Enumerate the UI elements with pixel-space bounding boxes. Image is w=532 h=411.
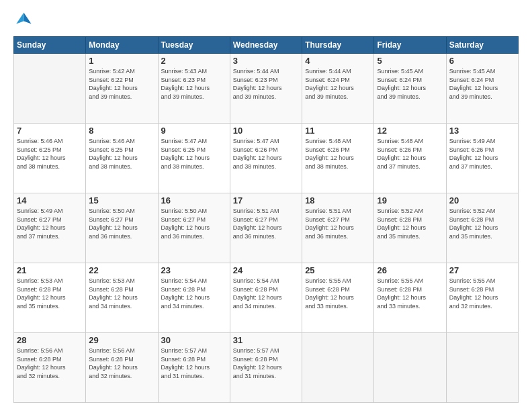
weekday-header-monday: Monday: [86, 37, 158, 54]
day-number: 12: [377, 126, 443, 136]
day-info: Sunrise: 5:53 AMSunset: 6:28 PMDaylight:…: [17, 277, 83, 310]
day-number: 16: [161, 195, 227, 205]
day-info: Sunrise: 5:44 AMSunset: 6:24 PMDaylight:…: [305, 67, 371, 101]
calendar-cell: 27Sunrise: 5:55 AMSunset: 6:28 PMDayligh…: [446, 263, 518, 333]
calendar-cell: 13Sunrise: 5:49 AMSunset: 6:26 PMDayligh…: [446, 124, 518, 193]
logo-icon: [13, 11, 32, 30]
day-info: Sunrise: 5:53 AMSunset: 6:28 PMDaylight:…: [89, 277, 154, 310]
day-info: Sunrise: 5:56 AMSunset: 6:28 PMDaylight:…: [89, 347, 154, 380]
calendar-cell: 24Sunrise: 5:54 AMSunset: 6:28 PMDayligh…: [230, 263, 302, 333]
day-info: Sunrise: 5:50 AMSunset: 6:27 PMDaylight:…: [161, 207, 227, 240]
page-header: [13, 11, 519, 30]
day-number: 26: [377, 265, 443, 275]
day-info: Sunrise: 5:43 AMSunset: 6:23 PMDaylight:…: [161, 67, 227, 101]
weekday-header-tuesday: Tuesday: [158, 37, 230, 54]
day-info: Sunrise: 5:42 AMSunset: 6:22 PMDaylight:…: [89, 67, 154, 101]
calendar-table: SundayMondayTuesdayWednesdayThursdayFrid…: [13, 36, 519, 403]
calendar-cell: 6Sunrise: 5:45 AMSunset: 6:24 PMDaylight…: [446, 54, 518, 124]
weekday-header-saturday: Saturday: [446, 37, 518, 54]
day-info: Sunrise: 5:46 AMSunset: 6:25 PMDaylight:…: [89, 137, 154, 171]
calendar-cell: 2Sunrise: 5:43 AMSunset: 6:23 PMDaylight…: [158, 54, 230, 124]
day-info: Sunrise: 5:54 AMSunset: 6:28 PMDaylight:…: [233, 277, 299, 310]
calendar-week-1: 1Sunrise: 5:42 AMSunset: 6:22 PMDaylight…: [14, 54, 519, 124]
calendar-cell: 22Sunrise: 5:53 AMSunset: 6:28 PMDayligh…: [86, 263, 158, 333]
day-number: 31: [233, 335, 299, 345]
day-number: 17: [233, 195, 299, 205]
day-info: Sunrise: 5:51 AMSunset: 6:27 PMDaylight:…: [305, 207, 371, 240]
weekday-header-sunday: Sunday: [14, 37, 86, 54]
calendar-cell: 7Sunrise: 5:46 AMSunset: 6:25 PMDaylight…: [14, 124, 86, 193]
day-number: 20: [449, 195, 515, 205]
calendar-cell: 11Sunrise: 5:48 AMSunset: 6:26 PMDayligh…: [302, 124, 374, 193]
day-number: 14: [17, 195, 83, 205]
weekday-header-friday: Friday: [374, 37, 446, 54]
day-number: 27: [449, 265, 515, 275]
day-number: 24: [233, 265, 299, 275]
day-info: Sunrise: 5:55 AMSunset: 6:28 PMDaylight:…: [377, 277, 443, 310]
logo: [13, 11, 35, 30]
day-info: Sunrise: 5:52 AMSunset: 6:28 PMDaylight:…: [377, 207, 443, 240]
day-info: Sunrise: 5:51 AMSunset: 6:27 PMDaylight:…: [233, 207, 299, 240]
calendar-week-2: 7Sunrise: 5:46 AMSunset: 6:25 PMDaylight…: [14, 124, 519, 193]
day-number: 5: [377, 56, 443, 66]
calendar-cell: 26Sunrise: 5:55 AMSunset: 6:28 PMDayligh…: [374, 263, 446, 333]
day-info: Sunrise: 5:57 AMSunset: 6:28 PMDaylight:…: [161, 347, 227, 380]
calendar-cell: [374, 333, 446, 403]
calendar-week-3: 14Sunrise: 5:49 AMSunset: 6:27 PMDayligh…: [14, 193, 519, 263]
day-info: Sunrise: 5:56 AMSunset: 6:28 PMDaylight:…: [17, 347, 83, 380]
day-info: Sunrise: 5:48 AMSunset: 6:26 PMDaylight:…: [377, 137, 443, 171]
day-number: 4: [305, 56, 371, 66]
calendar-cell: 25Sunrise: 5:55 AMSunset: 6:28 PMDayligh…: [302, 263, 374, 333]
day-number: 3: [233, 56, 299, 66]
calendar-cell: [14, 54, 86, 124]
weekday-header-wednesday: Wednesday: [230, 37, 302, 54]
day-number: 28: [17, 335, 83, 345]
calendar-week-5: 28Sunrise: 5:56 AMSunset: 6:28 PMDayligh…: [14, 333, 519, 403]
calendar-cell: 19Sunrise: 5:52 AMSunset: 6:28 PMDayligh…: [374, 193, 446, 263]
day-info: Sunrise: 5:48 AMSunset: 6:26 PMDaylight:…: [305, 137, 371, 171]
day-number: 19: [377, 195, 443, 205]
weekday-header-row: SundayMondayTuesdayWednesdayThursdayFrid…: [14, 37, 519, 54]
day-info: Sunrise: 5:46 AMSunset: 6:25 PMDaylight:…: [17, 137, 83, 171]
day-number: 1: [89, 56, 154, 66]
day-number: 7: [17, 126, 83, 136]
day-number: 30: [161, 335, 227, 345]
calendar-cell: 3Sunrise: 5:44 AMSunset: 6:23 PMDaylight…: [230, 54, 302, 124]
day-info: Sunrise: 5:55 AMSunset: 6:28 PMDaylight:…: [305, 277, 371, 310]
day-number: 2: [161, 56, 227, 66]
day-number: 18: [305, 195, 371, 205]
day-info: Sunrise: 5:52 AMSunset: 6:28 PMDaylight:…: [449, 207, 515, 240]
day-number: 25: [305, 265, 371, 275]
calendar-cell: 31Sunrise: 5:57 AMSunset: 6:28 PMDayligh…: [230, 333, 302, 403]
day-number: 21: [17, 265, 83, 275]
calendar-cell: [302, 333, 374, 403]
day-info: Sunrise: 5:55 AMSunset: 6:28 PMDaylight:…: [449, 277, 515, 310]
day-number: 8: [89, 126, 154, 136]
calendar-cell: 20Sunrise: 5:52 AMSunset: 6:28 PMDayligh…: [446, 193, 518, 263]
calendar-cell: 18Sunrise: 5:51 AMSunset: 6:27 PMDayligh…: [302, 193, 374, 263]
calendar-cell: 30Sunrise: 5:57 AMSunset: 6:28 PMDayligh…: [158, 333, 230, 403]
day-info: Sunrise: 5:44 AMSunset: 6:23 PMDaylight:…: [233, 67, 299, 101]
calendar-cell: 4Sunrise: 5:44 AMSunset: 6:24 PMDaylight…: [302, 54, 374, 124]
day-number: 29: [89, 335, 154, 345]
calendar-cell: 12Sunrise: 5:48 AMSunset: 6:26 PMDayligh…: [374, 124, 446, 193]
calendar-week-4: 21Sunrise: 5:53 AMSunset: 6:28 PMDayligh…: [14, 263, 519, 333]
day-number: 23: [161, 265, 227, 275]
day-number: 13: [449, 126, 515, 136]
day-info: Sunrise: 5:50 AMSunset: 6:27 PMDaylight:…: [89, 207, 154, 240]
calendar-cell: 9Sunrise: 5:47 AMSunset: 6:25 PMDaylight…: [158, 124, 230, 193]
day-info: Sunrise: 5:54 AMSunset: 6:28 PMDaylight:…: [161, 277, 227, 310]
day-info: Sunrise: 5:45 AMSunset: 6:24 PMDaylight:…: [449, 67, 515, 101]
day-number: 15: [89, 195, 154, 205]
svg-marker-1: [16, 13, 24, 24]
day-info: Sunrise: 5:49 AMSunset: 6:26 PMDaylight:…: [449, 137, 515, 171]
svg-marker-0: [24, 13, 31, 24]
day-number: 22: [89, 265, 154, 275]
weekday-header-thursday: Thursday: [302, 37, 374, 54]
calendar-body: 1Sunrise: 5:42 AMSunset: 6:22 PMDaylight…: [14, 54, 519, 403]
day-number: 11: [305, 126, 371, 136]
day-number: 10: [233, 126, 299, 136]
day-info: Sunrise: 5:57 AMSunset: 6:28 PMDaylight:…: [233, 347, 299, 380]
calendar-cell: 1Sunrise: 5:42 AMSunset: 6:22 PMDaylight…: [86, 54, 158, 124]
day-number: 9: [161, 126, 227, 136]
